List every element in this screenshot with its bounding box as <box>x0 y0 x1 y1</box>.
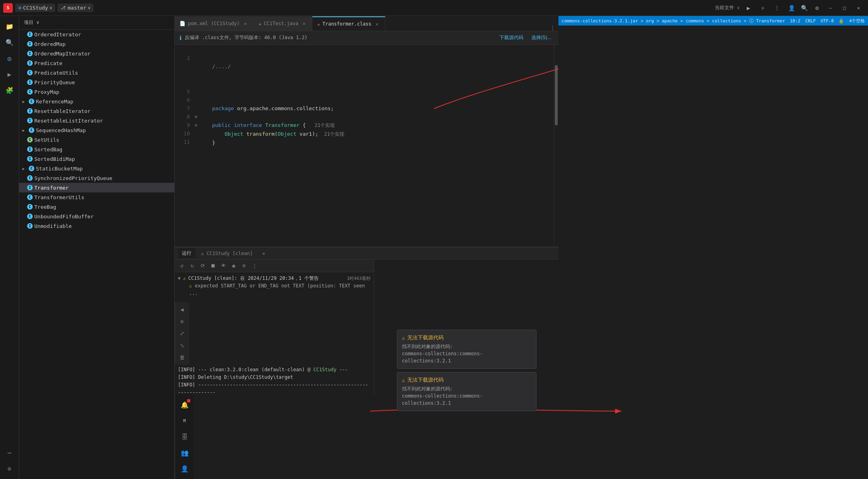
status-lock[interactable]: 🔒 <box>838 18 844 24</box>
tab-transformer-close[interactable]: ✕ <box>374 21 380 27</box>
sidebar-item-setutils[interactable]: C SetUtils <box>19 135 174 144</box>
filter-btn[interactable]: ≡ <box>177 316 188 327</box>
status-crlf[interactable]: CRLF <box>805 18 816 24</box>
sidebar-item-sortedbidimap[interactable]: I SortedBidiMap <box>19 154 174 164</box>
status-spaces[interactable]: 4个空格 <box>849 18 865 24</box>
user-icon[interactable]: 👤 <box>786 2 797 14</box>
tab-close-btn[interactable]: ✕ <box>258 249 269 258</box>
debug-button[interactable]: ⚡ <box>757 2 768 14</box>
more-options[interactable]: ⋮ <box>771 2 783 14</box>
run-button[interactable]: ▶ <box>743 2 754 14</box>
tab-more[interactable]: ⋮ <box>547 25 558 31</box>
minimize-button[interactable]: — <box>824 0 836 16</box>
sidebar-item-resettableiterator[interactable]: I ResettableIterator <box>19 106 174 116</box>
console-line-2: [INFO] Deleting D:\study\CC1Study\target <box>178 374 371 381</box>
run-panel: ↺ ↻ ⟳ ⏹ 👁 ◉ ≡ ⋮ <box>175 259 374 394</box>
sidebar-item-treebag[interactable]: C TreeBag <box>19 202 174 212</box>
tab-transformer[interactable]: ☕ Transformer.class ✕ <box>312 16 385 31</box>
sidebar-item-priorityqueue[interactable]: I PriorityQueue <box>19 77 174 87</box>
sidebar-item-proxymap[interactable]: C ProxyMap <box>19 87 174 97</box>
close-button[interactable]: ✕ <box>852 0 865 16</box>
eye-btn[interactable]: 👁 <box>219 262 227 270</box>
stop-btn[interactable]: ⏹ <box>209 262 217 270</box>
sidebar-item-orderedmapiterator[interactable]: I OrderedMapIterator <box>19 49 174 58</box>
status-position[interactable]: 10:2 <box>790 18 801 24</box>
current-file-chevron[interactable]: ∨ <box>737 5 740 10</box>
sidebar-item-sequencedhashmap[interactable]: ▶ C SequencedHashMap <box>19 125 174 135</box>
tab-pom-label: pom.xml (CC1Study) <box>188 21 240 26</box>
restart-btn[interactable]: ↺ <box>178 262 186 270</box>
sidebar-item-staticbucketmap[interactable]: ▶ C StaticBucketMap <box>19 164 174 173</box>
tab-run[interactable]: 运行 <box>178 248 195 258</box>
reload-btn[interactable]: ↻ <box>188 262 196 270</box>
sidebar-item-synchronizedpriorityqueue[interactable]: C SynchronizedPriorityQueue <box>19 173 174 183</box>
sidebar-item-predicateutils[interactable]: C PredicateUtils <box>19 68 174 77</box>
download-source-btn[interactable]: 下载源代码 <box>497 34 526 42</box>
code-content[interactable]: /..../ package org.apache.commons.collec… <box>203 45 554 247</box>
activity-more[interactable]: ⋯ <box>2 445 17 460</box>
refresh-btn[interactable]: ⟳ <box>199 262 207 270</box>
activity-bar: 📁 🔍 ◎ ▶ 🧩 ⋯ ⚙ <box>0 16 19 479</box>
tab-transformer-label: Transformer.class <box>322 21 371 27</box>
content-wrapper: 📄 pom.xml (CC1Study) ✕ ☕ CC1Test.java ✕ … <box>175 16 558 479</box>
code-line-9: Object transform(Object var1); 21个实现 <box>206 131 344 137</box>
tab-cc1study-clean[interactable]: ⚠ CC1Study [clean] <box>197 249 256 258</box>
sidebar-item-referencemap[interactable]: ▶ C ReferenceMap <box>19 97 174 106</box>
sidebar-item-unboundedfifoBuffer[interactable]: C UnboundedFifoBuffer <box>19 212 174 221</box>
right-db[interactable]: 🗄 <box>178 430 192 444</box>
tab-pom-close[interactable]: ✕ <box>242 20 249 27</box>
run-item-header[interactable]: ▼ ⚠ CC1Study [clean]: 在 2024/11/29 20:34… <box>178 275 371 282</box>
tab-pom-xml[interactable]: 📄 pom.xml (CC1Study) ✕ <box>175 16 254 31</box>
expand-btn2[interactable]: ⤢ <box>177 328 188 339</box>
status-encoding[interactable]: UTF-8 <box>821 18 834 24</box>
activity-explorer[interactable]: 📁 <box>2 19 17 34</box>
right-collab[interactable]: 👥 <box>178 445 192 460</box>
sidebar-item-orderediterator[interactable]: I OrderedIterator <box>19 30 174 39</box>
activity-search[interactable]: 🔍 <box>2 35 17 49</box>
sidebar-item-orderedmap[interactable]: I OrderedMap <box>19 39 174 49</box>
decompile-banner: ℹ 反编译 .class文件, 字节码版本: 46.0 (Java 1.2) 下… <box>175 31 558 45</box>
clear-btn[interactable]: 🗑 <box>177 352 188 363</box>
sidebar-item-sortedbag[interactable]: I SortedBag <box>19 144 174 154</box>
project-selector[interactable]: ⊙ CC1Study ∨ <box>15 4 55 12</box>
right-notifications[interactable]: 🔔 <box>178 398 192 412</box>
tab-cc1test-close[interactable]: ✕ <box>301 20 307 27</box>
search-icon[interactable]: 🔍 <box>799 2 810 14</box>
chevron-right-icon: ▶ <box>22 166 27 171</box>
editor-area: 📄 pom.xml (CC1Study) ✕ ☕ CC1Test.java ✕ … <box>175 16 558 247</box>
list-btn[interactable]: ≡ <box>240 262 248 270</box>
interface-icon: I <box>27 60 33 66</box>
sidebar-item-transformerutils[interactable]: C TransformerUtils <box>19 192 174 202</box>
tab-cc1test[interactable]: ☕ CC1Test.java ✕ <box>254 16 312 31</box>
settings-icon[interactable]: ⚙ <box>811 2 823 14</box>
activity-extensions[interactable]: 🧩 <box>2 83 17 97</box>
maximize-button[interactable]: □ <box>838 0 851 16</box>
branch-selector[interactable]: ⎇ master ∨ <box>57 4 93 12</box>
class-icon: C <box>29 127 34 133</box>
current-file-label[interactable]: 当前文件 <box>715 4 734 11</box>
right-user[interactable]: 👤 <box>178 461 192 476</box>
status-path[interactable]: commons-collections-3.2.1.jar > org > ap… <box>562 18 785 24</box>
expand-icon[interactable]: ▼ <box>178 275 181 282</box>
activity-scm[interactable]: ◎ <box>2 51 17 65</box>
class-icon: C <box>27 204 33 210</box>
choose-source-btn[interactable]: 选择(S)... <box>529 34 554 42</box>
collapse-btn[interactable]: ⤡ <box>177 340 188 351</box>
activity-debug[interactable]: ▶ <box>2 67 17 81</box>
editor-scrollbar[interactable] <box>554 45 558 247</box>
console-line-1: [INFO] --- clean:3.2.0:clean (default-cl… <box>178 366 371 374</box>
run-item-label: CC1Study [clean]: 在 2024/11/29 20:34，1 个… <box>188 275 319 282</box>
class-icon: C <box>27 175 33 181</box>
sidebar-item-predicate[interactable]: I Predicate <box>19 58 174 68</box>
scroll-up-btn[interactable]: ◀ <box>177 304 188 315</box>
class-icon: C <box>27 137 33 143</box>
right-settings[interactable]: M <box>178 414 192 428</box>
class-icon: C <box>27 194 33 200</box>
sidebar-item-unmodifiable[interactable]: I Unmodifiable <box>19 221 174 231</box>
sidebar-item-transformer[interactable]: I Transformer <box>19 183 174 192</box>
activity-settings[interactable]: ⚙ <box>2 461 17 476</box>
record-btn[interactable]: ◉ <box>230 262 238 270</box>
scrollbar-thumb[interactable] <box>555 65 558 126</box>
sidebar-item-resettablelistiterator[interactable]: I ResettableListIterator <box>19 116 174 125</box>
more-btn[interactable]: ⋮ <box>251 262 258 270</box>
